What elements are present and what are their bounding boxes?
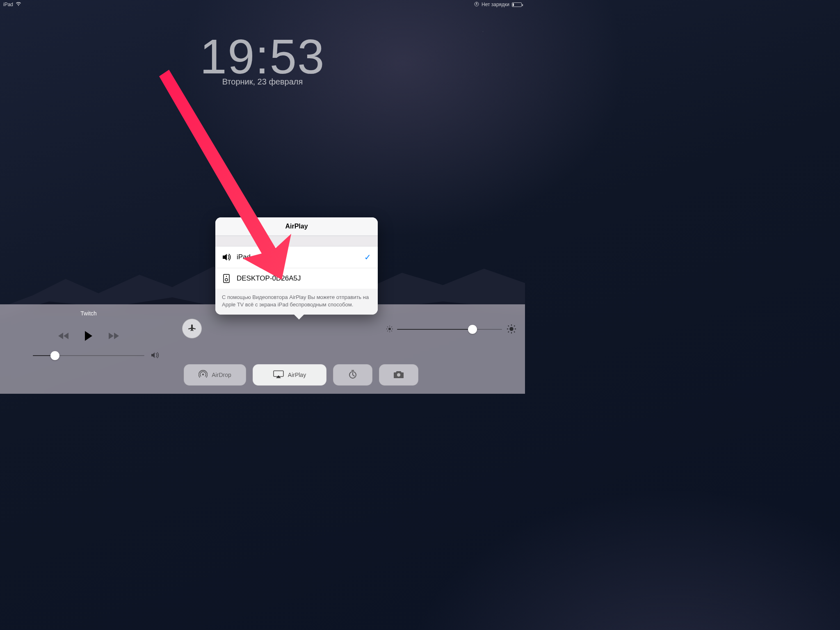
brightness-slider[interactable] (397, 329, 502, 330)
airplay-device-desktop[interactable]: DESKTOP-0D26A5J (215, 268, 378, 289)
svg-point-26 (397, 373, 400, 376)
airplay-device-label: DESKTOP-0D26A5J (237, 274, 301, 283)
rewind-button[interactable] (58, 331, 70, 342)
svg-line-12 (387, 331, 388, 331)
clock-time: 19:53 (0, 29, 525, 84)
svg-point-13 (509, 327, 514, 331)
svg-line-20 (514, 326, 515, 326)
forward-button[interactable] (107, 331, 119, 342)
airdrop-button[interactable]: AirDrop (184, 364, 246, 386)
now-playing: Twitch (23, 310, 154, 356)
svg-line-10 (391, 331, 392, 331)
airplay-icon (273, 370, 284, 380)
slider-thumb[interactable] (468, 325, 477, 334)
volume-icon (151, 352, 159, 360)
camera-icon (393, 370, 404, 380)
svg-point-22 (202, 373, 204, 375)
airplay-device-label: iPad (237, 253, 251, 261)
svg-line-19 (514, 331, 515, 332)
orientation-lock-icon (474, 2, 479, 8)
airplane-mode-toggle[interactable] (182, 319, 202, 338)
airdrop-label: AirDrop (212, 372, 231, 378)
svg-line-11 (391, 326, 392, 327)
popover-title: AirPlay (215, 217, 378, 236)
svg-point-3 (225, 278, 228, 281)
svg-line-9 (387, 326, 388, 327)
wifi-icon (16, 2, 21, 7)
svg-point-4 (388, 328, 391, 330)
control-center: Twitch (0, 304, 525, 394)
brightness-high-icon (507, 324, 516, 335)
timer-button[interactable] (333, 364, 372, 386)
popover-device-list: iPad ✓ DESKTOP-0D26A5J (215, 247, 378, 289)
timer-icon (348, 370, 358, 381)
airplay-label: AirPlay (288, 372, 306, 378)
volume-slider[interactable] (33, 355, 144, 356)
brightness-low-icon (386, 326, 393, 334)
device-name: iPad (3, 2, 13, 7)
battery-status-text: Нет зарядки (482, 2, 509, 7)
battery-icon (512, 2, 522, 7)
speaker-icon (222, 253, 231, 261)
device-icon (222, 274, 231, 283)
popover-gap (215, 236, 378, 247)
airdrop-icon (199, 370, 208, 380)
airplay-device-ipad[interactable]: iPad ✓ (215, 247, 378, 268)
now-playing-title: Twitch (23, 310, 154, 317)
clock-date: Вторник, 23 февраля (0, 77, 525, 87)
check-icon: ✓ (364, 252, 371, 262)
airplay-popover: AirPlay iPad ✓ DESKTOP-0D26A5J С помощью… (215, 217, 378, 315)
camera-button[interactable] (379, 364, 418, 386)
airplane-icon (187, 323, 197, 334)
play-button[interactable] (84, 331, 93, 343)
popover-footer: С помощью Видеоповтора AirPlay Вы можете… (215, 289, 378, 315)
svg-line-18 (508, 326, 509, 326)
airplay-button[interactable]: AirPlay (253, 364, 326, 386)
svg-line-21 (508, 331, 509, 332)
lock-clock: 19:53 Вторник, 23 февраля (0, 29, 525, 87)
slider-thumb[interactable] (50, 351, 59, 360)
svg-point-2 (226, 276, 227, 277)
status-bar: iPad Нет зарядки (0, 0, 525, 9)
